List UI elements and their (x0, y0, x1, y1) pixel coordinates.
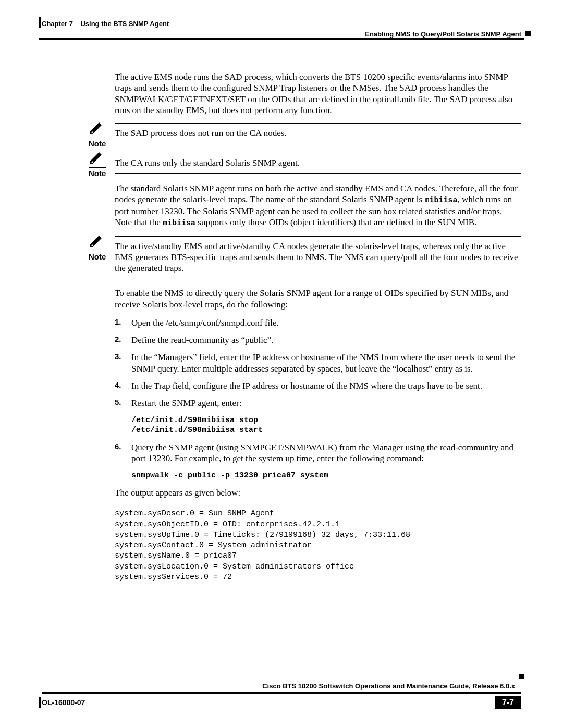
step-2: Define the read-community as “public”. (115, 335, 521, 346)
step-3: In the “Managers” field, enter the IP ad… (115, 352, 521, 374)
note-label: Note (89, 251, 106, 262)
pencil-icon (89, 151, 104, 164)
footer-rule: Cisco BTS 10200 Softswitch Operations an… (42, 692, 521, 694)
page-number: 7-7 (495, 696, 521, 709)
text-segment: supports only those OIDs (object identif… (195, 217, 476, 227)
solaris-paragraph: The standard Solaris SNMP agent runs on … (115, 183, 521, 229)
page: Chapter 7 Using the BTS SNMP Agent Enabl… (0, 0, 563, 728)
enable-intro: To enable the NMS to directly query the … (115, 288, 521, 310)
output-intro: The output appears as given below: (115, 487, 521, 498)
chapter-label: Chapter 7 (42, 20, 73, 28)
page-footer: Cisco BTS 10200 Softswitch Operations an… (42, 692, 521, 709)
note-label: Note (89, 167, 106, 179)
chapter-title: Using the BTS SNMP Agent (80, 20, 169, 28)
doc-id: OL-16000-07 (42, 698, 85, 707)
note-2-text: The CA runs only the standard Solaris SN… (115, 153, 521, 173)
steps-list-cont: Query the SNMP agent (using SNMPGET/SNMP… (115, 442, 521, 464)
pencil-icon (89, 234, 104, 248)
restart-command: /etc/init.d/S98mibiisa stop /etc/init.d/… (131, 416, 521, 436)
step-1: Open the /etc/snmp/conf/snmpd.conf file. (115, 317, 521, 328)
step-6: Query the SNMP agent (using SNMPGET/SNMP… (115, 442, 521, 464)
steps-list: Open the /etc/snmp/conf/snmpd.conf file.… (115, 317, 521, 409)
step-4: In the Trap field, configure the IP addr… (115, 380, 521, 391)
note-3: Note The active/standby EMS and active/s… (89, 236, 521, 279)
note-3-text: The active/standby EMS and active/standb… (115, 236, 521, 279)
header-left: Chapter 7 Using the BTS SNMP Agent (42, 17, 169, 38)
code-mibiisa: mibiisa (163, 219, 195, 228)
intro-paragraph: The active EMS node runs the SAD process… (115, 71, 521, 116)
footer-row: OL-16000-07 7-7 (42, 696, 521, 709)
note-1: Note The SAD process does not run on the… (89, 123, 521, 143)
note-1-text: The SAD process does not run on the CA n… (115, 123, 521, 143)
code-mibiisa: mibiisa (424, 196, 457, 205)
output-block: system.sysDescr.0 = Sun SNMP Agent syste… (115, 509, 521, 583)
snmpwalk-command: snmpwalk -c public -p 13230 prica07 syst… (131, 471, 521, 481)
guide-title: Cisco BTS 10200 Softswitch Operations an… (262, 682, 515, 690)
body: The active EMS node runs the SAD process… (115, 71, 521, 583)
section-title: Enabling NMS to Query/Poll Solaris SNMP … (365, 17, 521, 38)
step-5: Restart the SNMP agent, enter: (115, 398, 521, 409)
note-2: Note The CA runs only the standard Solar… (89, 153, 521, 173)
page-header: Chapter 7 Using the BTS SNMP Agent Enabl… (42, 17, 521, 38)
pencil-icon (89, 121, 104, 134)
footer-marker (519, 674, 524, 679)
note-label: Note (89, 138, 106, 149)
header-rule (39, 38, 524, 40)
header-right: Enabling NMS to Query/Poll Solaris SNMP … (365, 17, 521, 38)
